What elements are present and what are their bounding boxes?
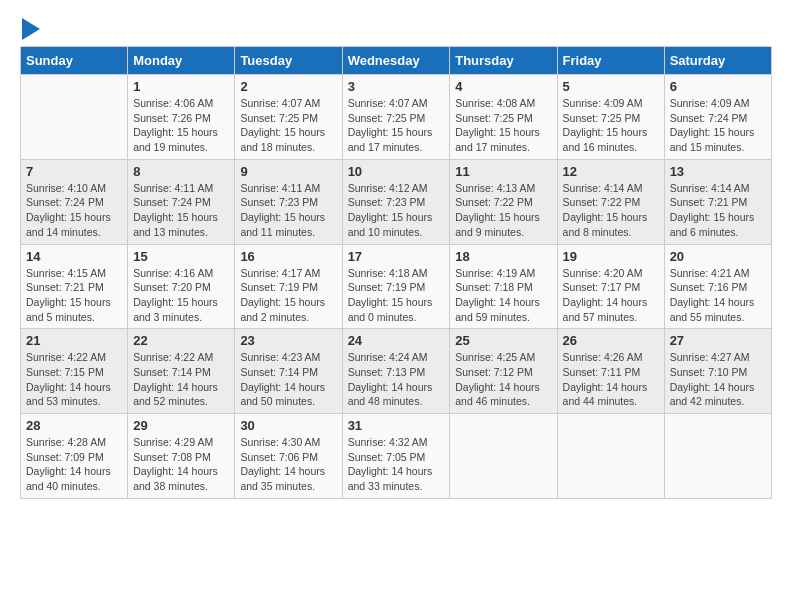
calendar-cell: 17Sunrise: 4:18 AMSunset: 7:19 PMDayligh… (342, 244, 450, 329)
calendar-cell: 5Sunrise: 4:09 AMSunset: 7:25 PMDaylight… (557, 75, 664, 160)
day-number: 7 (26, 164, 122, 179)
day-number: 9 (240, 164, 336, 179)
day-info: Sunrise: 4:13 AMSunset: 7:22 PMDaylight:… (455, 181, 551, 240)
calendar-cell: 9Sunrise: 4:11 AMSunset: 7:23 PMDaylight… (235, 159, 342, 244)
calendar-cell: 28Sunrise: 4:28 AMSunset: 7:09 PMDayligh… (21, 414, 128, 499)
day-info: Sunrise: 4:09 AMSunset: 7:24 PMDaylight:… (670, 96, 766, 155)
day-info: Sunrise: 4:21 AMSunset: 7:16 PMDaylight:… (670, 266, 766, 325)
day-number: 14 (26, 249, 122, 264)
day-number: 19 (563, 249, 659, 264)
day-info: Sunrise: 4:06 AMSunset: 7:26 PMDaylight:… (133, 96, 229, 155)
calendar-cell: 21Sunrise: 4:22 AMSunset: 7:15 PMDayligh… (21, 329, 128, 414)
day-info: Sunrise: 4:22 AMSunset: 7:14 PMDaylight:… (133, 350, 229, 409)
day-of-week-header: Sunday (21, 47, 128, 75)
day-number: 4 (455, 79, 551, 94)
day-info: Sunrise: 4:16 AMSunset: 7:20 PMDaylight:… (133, 266, 229, 325)
calendar-cell: 19Sunrise: 4:20 AMSunset: 7:17 PMDayligh… (557, 244, 664, 329)
day-number: 26 (563, 333, 659, 348)
calendar-cell: 22Sunrise: 4:22 AMSunset: 7:14 PMDayligh… (128, 329, 235, 414)
calendar-cell: 29Sunrise: 4:29 AMSunset: 7:08 PMDayligh… (128, 414, 235, 499)
calendar-cell: 26Sunrise: 4:26 AMSunset: 7:11 PMDayligh… (557, 329, 664, 414)
day-info: Sunrise: 4:26 AMSunset: 7:11 PMDaylight:… (563, 350, 659, 409)
calendar-cell: 1Sunrise: 4:06 AMSunset: 7:26 PMDaylight… (128, 75, 235, 160)
day-info: Sunrise: 4:32 AMSunset: 7:05 PMDaylight:… (348, 435, 445, 494)
calendar-cell: 2Sunrise: 4:07 AMSunset: 7:25 PMDaylight… (235, 75, 342, 160)
calendar-cell: 7Sunrise: 4:10 AMSunset: 7:24 PMDaylight… (21, 159, 128, 244)
calendar-cell: 25Sunrise: 4:25 AMSunset: 7:12 PMDayligh… (450, 329, 557, 414)
day-number: 11 (455, 164, 551, 179)
day-number: 5 (563, 79, 659, 94)
day-number: 13 (670, 164, 766, 179)
calendar-week-row: 28Sunrise: 4:28 AMSunset: 7:09 PMDayligh… (21, 414, 772, 499)
day-info: Sunrise: 4:20 AMSunset: 7:17 PMDaylight:… (563, 266, 659, 325)
calendar-table: SundayMondayTuesdayWednesdayThursdayFrid… (20, 46, 772, 499)
day-info: Sunrise: 4:12 AMSunset: 7:23 PMDaylight:… (348, 181, 445, 240)
day-number: 12 (563, 164, 659, 179)
calendar-cell: 16Sunrise: 4:17 AMSunset: 7:19 PMDayligh… (235, 244, 342, 329)
page-header (20, 20, 772, 36)
calendar-cell: 24Sunrise: 4:24 AMSunset: 7:13 PMDayligh… (342, 329, 450, 414)
day-info: Sunrise: 4:08 AMSunset: 7:25 PMDaylight:… (455, 96, 551, 155)
day-number: 28 (26, 418, 122, 433)
day-info: Sunrise: 4:27 AMSunset: 7:10 PMDaylight:… (670, 350, 766, 409)
day-info: Sunrise: 4:11 AMSunset: 7:24 PMDaylight:… (133, 181, 229, 240)
calendar-header-row: SundayMondayTuesdayWednesdayThursdayFrid… (21, 47, 772, 75)
day-number: 22 (133, 333, 229, 348)
logo-block (20, 20, 40, 36)
day-info: Sunrise: 4:09 AMSunset: 7:25 PMDaylight:… (563, 96, 659, 155)
day-info: Sunrise: 4:15 AMSunset: 7:21 PMDaylight:… (26, 266, 122, 325)
calendar-cell (664, 414, 771, 499)
day-number: 27 (670, 333, 766, 348)
day-of-week-header: Saturday (664, 47, 771, 75)
day-number: 24 (348, 333, 445, 348)
day-number: 17 (348, 249, 445, 264)
day-info: Sunrise: 4:22 AMSunset: 7:15 PMDaylight:… (26, 350, 122, 409)
calendar-cell: 4Sunrise: 4:08 AMSunset: 7:25 PMDaylight… (450, 75, 557, 160)
calendar-cell: 30Sunrise: 4:30 AMSunset: 7:06 PMDayligh… (235, 414, 342, 499)
logo-triangle-icon (22, 18, 40, 40)
day-number: 15 (133, 249, 229, 264)
day-info: Sunrise: 4:30 AMSunset: 7:06 PMDaylight:… (240, 435, 336, 494)
calendar-cell: 12Sunrise: 4:14 AMSunset: 7:22 PMDayligh… (557, 159, 664, 244)
calendar-cell (450, 414, 557, 499)
calendar-week-row: 14Sunrise: 4:15 AMSunset: 7:21 PMDayligh… (21, 244, 772, 329)
calendar-cell: 13Sunrise: 4:14 AMSunset: 7:21 PMDayligh… (664, 159, 771, 244)
day-number: 21 (26, 333, 122, 348)
day-info: Sunrise: 4:14 AMSunset: 7:21 PMDaylight:… (670, 181, 766, 240)
day-info: Sunrise: 4:07 AMSunset: 7:25 PMDaylight:… (348, 96, 445, 155)
calendar-cell (557, 414, 664, 499)
day-number: 30 (240, 418, 336, 433)
day-number: 2 (240, 79, 336, 94)
calendar-cell: 10Sunrise: 4:12 AMSunset: 7:23 PMDayligh… (342, 159, 450, 244)
day-number: 25 (455, 333, 551, 348)
day-number: 16 (240, 249, 336, 264)
calendar-cell: 27Sunrise: 4:27 AMSunset: 7:10 PMDayligh… (664, 329, 771, 414)
calendar-body: 1Sunrise: 4:06 AMSunset: 7:26 PMDaylight… (21, 75, 772, 499)
calendar-cell: 18Sunrise: 4:19 AMSunset: 7:18 PMDayligh… (450, 244, 557, 329)
day-of-week-header: Tuesday (235, 47, 342, 75)
calendar-cell: 3Sunrise: 4:07 AMSunset: 7:25 PMDaylight… (342, 75, 450, 160)
day-info: Sunrise: 4:24 AMSunset: 7:13 PMDaylight:… (348, 350, 445, 409)
day-of-week-header: Thursday (450, 47, 557, 75)
day-info: Sunrise: 4:19 AMSunset: 7:18 PMDaylight:… (455, 266, 551, 325)
logo (20, 20, 40, 36)
day-number: 18 (455, 249, 551, 264)
day-number: 3 (348, 79, 445, 94)
calendar-cell: 14Sunrise: 4:15 AMSunset: 7:21 PMDayligh… (21, 244, 128, 329)
day-number: 31 (348, 418, 445, 433)
calendar-week-row: 7Sunrise: 4:10 AMSunset: 7:24 PMDaylight… (21, 159, 772, 244)
day-info: Sunrise: 4:28 AMSunset: 7:09 PMDaylight:… (26, 435, 122, 494)
calendar-cell: 8Sunrise: 4:11 AMSunset: 7:24 PMDaylight… (128, 159, 235, 244)
day-info: Sunrise: 4:07 AMSunset: 7:25 PMDaylight:… (240, 96, 336, 155)
calendar-week-row: 1Sunrise: 4:06 AMSunset: 7:26 PMDaylight… (21, 75, 772, 160)
day-number: 10 (348, 164, 445, 179)
day-of-week-header: Friday (557, 47, 664, 75)
day-info: Sunrise: 4:18 AMSunset: 7:19 PMDaylight:… (348, 266, 445, 325)
svg-marker-0 (22, 18, 40, 40)
calendar-cell: 11Sunrise: 4:13 AMSunset: 7:22 PMDayligh… (450, 159, 557, 244)
day-info: Sunrise: 4:17 AMSunset: 7:19 PMDaylight:… (240, 266, 336, 325)
day-info: Sunrise: 4:14 AMSunset: 7:22 PMDaylight:… (563, 181, 659, 240)
calendar-cell: 20Sunrise: 4:21 AMSunset: 7:16 PMDayligh… (664, 244, 771, 329)
day-info: Sunrise: 4:25 AMSunset: 7:12 PMDaylight:… (455, 350, 551, 409)
day-number: 8 (133, 164, 229, 179)
